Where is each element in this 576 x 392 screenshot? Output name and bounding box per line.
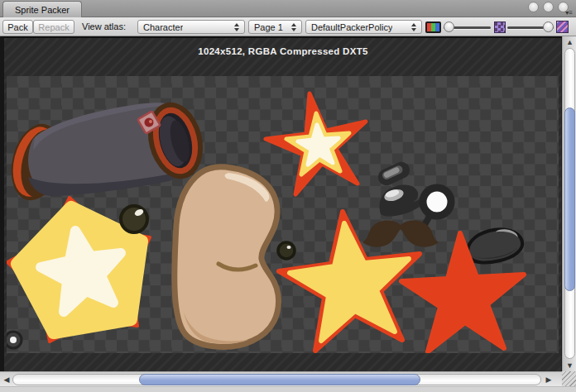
view-atlas-label: View atlas: <box>82 17 126 36</box>
window-button-icon[interactable] <box>543 2 554 12</box>
toolbar: Pack Repack View atlas: Character Page 1… <box>0 17 576 36</box>
scroll-down-icon[interactable]: ▼ <box>563 361 576 370</box>
mip-slider[interactable] <box>507 22 554 33</box>
resize-grip[interactable] <box>562 371 576 386</box>
atlas-select[interactable]: Character <box>137 20 245 34</box>
color-channels-icon[interactable] <box>425 22 441 33</box>
mip-checker-icon <box>494 22 506 33</box>
sprite-star-burst <box>266 93 366 194</box>
alpha-slider-handle[interactable] <box>444 22 454 32</box>
dropdown-arrows-icon <box>411 23 416 31</box>
tab-title: Sprite Packer <box>15 5 70 15</box>
scroll-up-icon[interactable]: ▲ <box>563 37 576 47</box>
repack-button[interactable]: Repack <box>33 20 74 34</box>
sprite-olive <box>121 206 147 232</box>
alpha-slider[interactable] <box>444 22 491 33</box>
policy-select[interactable]: DefaultPackerPolicy <box>305 20 422 34</box>
window-button-icon[interactable] <box>528 2 539 12</box>
atlas-info-text: 1024x512, RGBA Compressed DXT5 <box>4 46 562 56</box>
sprite-yellow-star <box>279 212 420 351</box>
monocle-lens <box>423 188 451 216</box>
sprite-bean-character <box>175 167 279 347</box>
sprite-packer-window: Sprite Packer ▾≡ Pack Repack View atlas:… <box>0 0 576 392</box>
dropdown-arrows-icon <box>291 23 296 31</box>
pane-menu-icon[interactable]: ▾≡ <box>565 9 573 17</box>
scroll-right-icon[interactable]: ▶ <box>544 375 554 385</box>
sprite-black-bean <box>464 224 526 266</box>
sprite-button-bead <box>7 332 22 348</box>
mip-slider-handle[interactable] <box>543 22 554 32</box>
vertical-scrollbar[interactable]: ▲ ▼ <box>562 36 576 371</box>
window-buttons <box>528 2 569 12</box>
sprite-small-bead <box>278 242 295 259</box>
page-select-value: Page 1 <box>254 22 283 32</box>
vertical-scroll-thumb[interactable] <box>564 108 575 291</box>
sprite-hat-eye <box>380 185 426 217</box>
horizontal-scrollbar[interactable]: ◀ ▶ <box>0 371 562 386</box>
atlas-viewport[interactable]: 1024x512, RGBA Compressed DXT5 <box>0 36 562 371</box>
policy-select-value: DefaultPackerPolicy <box>311 22 392 32</box>
tab-sprite-packer[interactable]: Sprite Packer <box>2 1 82 17</box>
window-bottom-edge <box>0 386 576 392</box>
atlas-select-value: Character <box>143 22 183 32</box>
page-select[interactable]: Page 1 <box>248 20 302 34</box>
tab-bar: Sprite Packer ▾≡ <box>0 0 576 17</box>
scroll-left-icon[interactable]: ◀ <box>2 375 12 385</box>
sprite-eyebrow <box>376 159 413 188</box>
dropdown-arrows-icon <box>234 23 239 31</box>
horizontal-scroll-thumb[interactable] <box>139 374 420 385</box>
atlas-texture <box>7 76 559 353</box>
sprite-cannon <box>7 97 210 206</box>
atlas-sprites <box>7 76 559 353</box>
mip-stripes-icon <box>556 21 569 33</box>
pack-button[interactable]: Pack <box>2 20 33 34</box>
